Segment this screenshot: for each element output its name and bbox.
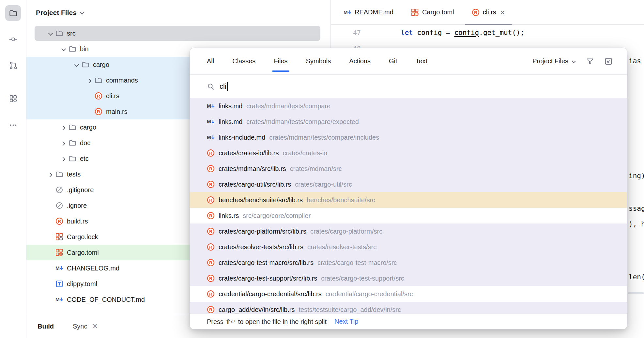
- search-result-row[interactable]: R M R cargo_add/dev/in/src/lib.rs tests/…: [190, 302, 627, 314]
- chevron-icon[interactable]: [48, 31, 53, 36]
- search-scope-dropdown[interactable]: Project Files: [532, 57, 576, 65]
- search-result-row[interactable]: R M R crates/mdman/src/lib.rs crates/mdm…: [190, 161, 627, 177]
- result-path: crates/cargo-test-support/src: [321, 275, 404, 282]
- search-result-row[interactable]: R M R crates/cargo-util/src/lib.rs crate…: [190, 177, 627, 192]
- editor-tab[interactable]: R M R cli.rs: [463, 0, 514, 24]
- result-path: tests/testsuite/cargo_add/dev/in/src: [299, 306, 401, 314]
- svg-text:R: R: [209, 245, 212, 250]
- result-path: crates/resolver-tests/src: [307, 243, 376, 251]
- cargo-crate-icon: R: [411, 8, 419, 16]
- file-icon: R M R: [55, 280, 63, 288]
- file-icon: R M R: [55, 296, 63, 303]
- build-tab[interactable]: Build: [38, 323, 54, 330]
- more-tools-button[interactable]: [5, 117, 21, 133]
- sync-tab[interactable]: Sync: [73, 322, 98, 331]
- search-result-row[interactable]: R M R links-include.md crates/mdman/test…: [190, 130, 627, 145]
- clipped-code-fragment: ias: [629, 57, 641, 65]
- file-icon: R M R: [344, 8, 351, 16]
- search-result-row[interactable]: R M R crates/cargo-test-macro/src/lib.rs…: [190, 255, 627, 270]
- next-tip-link[interactable]: Next Tip: [334, 318, 358, 325]
- file-icon: R M R: [411, 8, 419, 16]
- search-result-row[interactable]: R M R crates/cargo-test-support/src/lib.…: [190, 270, 627, 286]
- chevron-icon[interactable]: [61, 141, 66, 146]
- modules-tool-button[interactable]: [5, 91, 21, 106]
- project-panel-header[interactable]: Project Files: [26, 0, 330, 25]
- file-icon: R M R: [55, 202, 63, 209]
- search-result-row[interactable]: R M R crates/cargo-platform/src/lib.rs c…: [190, 223, 627, 239]
- search-result-row[interactable]: R M R links.rs src/cargo/core/compiler: [190, 208, 627, 223]
- tree-item-label: tests: [67, 171, 81, 178]
- file-icon: R M R: [95, 92, 102, 100]
- rust-file-icon: R: [95, 92, 102, 100]
- svg-text:M: M: [207, 103, 211, 109]
- svg-text:R: R: [209, 292, 212, 297]
- project-panel-title: Project Files: [36, 9, 77, 17]
- search-result-row[interactable]: R M R benches/benchsuite/src/lib.rs benc…: [190, 192, 627, 208]
- file-icon: R M R: [207, 102, 215, 110]
- search-popup-tab[interactable]: Files: [274, 48, 287, 74]
- pull-requests-tool-button[interactable]: [5, 57, 21, 73]
- file-icon: R M R: [55, 186, 63, 194]
- tree-item-label: build.rs: [67, 218, 88, 225]
- search-popup-tab[interactable]: All: [207, 48, 214, 74]
- search-popup-tab-label: Files: [274, 57, 287, 65]
- file-icon: R M R: [95, 76, 102, 84]
- rust-file-icon: R: [207, 149, 215, 157]
- close-icon[interactable]: [92, 322, 98, 331]
- commit-tool-button[interactable]: [5, 31, 21, 47]
- chevron-icon[interactable]: [87, 78, 92, 83]
- pull-request-icon: [9, 61, 18, 70]
- search-input[interactable]: cli: [190, 75, 627, 98]
- result-filename: links.rs: [219, 212, 239, 220]
- editor-tab[interactable]: R M R Cargo.toml: [402, 0, 463, 24]
- folder-icon: [55, 170, 63, 178]
- tree-row[interactable]: R M R src: [26, 25, 330, 41]
- result-filename: crates/cargo-util/src/lib.rs: [219, 181, 291, 188]
- search-result-row[interactable]: R M R links.md crates/mdman/tests/compar…: [190, 98, 627, 114]
- editor-tab[interactable]: R M R README.md: [335, 0, 402, 24]
- search-result-row[interactable]: R M R credential/cargo-credential/src/li…: [190, 286, 627, 302]
- open-in-editor-icon[interactable]: [604, 57, 613, 66]
- file-icon: R M R: [207, 274, 215, 282]
- search-popup-tab[interactable]: Text: [415, 48, 427, 74]
- result-filename: cargo_add/dev/in/src/lib.rs: [219, 306, 295, 314]
- rust-file-icon: R: [207, 306, 215, 314]
- code-text: let config = config.get_mut();: [367, 29, 524, 37]
- result-path: benches/benchsuite/src: [307, 196, 375, 204]
- result-filename: crates/cargo-test-support/src/lib.rs: [219, 275, 317, 282]
- chevron-icon[interactable]: [74, 62, 79, 67]
- tab-close-icon[interactable]: [500, 8, 505, 17]
- search-popup-tab-label: Classes: [232, 57, 255, 65]
- markdown-file-icon: M: [55, 296, 63, 303]
- search-popup-tab[interactable]: Actions: [349, 48, 371, 74]
- search-result-row[interactable]: R M R crates/resolver-tests/src/lib.rs c…: [190, 239, 627, 255]
- file-icon: R M R: [82, 61, 89, 69]
- search-popup-tab[interactable]: Classes: [232, 48, 255, 74]
- search-popup-tab[interactable]: Symbols: [306, 48, 331, 74]
- svg-text:M: M: [55, 297, 60, 302]
- folder-icon: [95, 76, 102, 84]
- editor-tab-label: Cargo.toml: [422, 8, 454, 16]
- clipped-code-fragment: ssag: [629, 205, 644, 212]
- search-scope-label: Project Files: [532, 57, 568, 65]
- svg-text:R: R: [209, 198, 212, 203]
- chevron-icon[interactable]: [61, 47, 66, 52]
- svg-text:R: R: [209, 307, 212, 312]
- search-popup-footer: Press ⇧↵ to open the file in the right s…: [190, 314, 627, 329]
- search-popup-tab-label: Git: [389, 57, 397, 65]
- search-popup-controls: Project Files: [532, 57, 613, 66]
- chevron-icon[interactable]: [48, 172, 53, 177]
- search-result-row[interactable]: R M R crates/crates-io/lib.rs crates/cra…: [190, 145, 627, 161]
- editor-tab-label: cli.rs: [483, 8, 496, 16]
- editor-scrollbar-fragment: [628, 292, 644, 294]
- rust-file-icon: R: [207, 227, 215, 235]
- search-result-row[interactable]: R M R links.md crates/mdman/tests/compar…: [190, 114, 627, 130]
- chevron-icon[interactable]: [61, 156, 66, 161]
- file-icon: R M R: [207, 133, 215, 141]
- chevron-icon[interactable]: [61, 125, 66, 130]
- line-number: 47: [331, 29, 367, 37]
- project-tool-button[interactable]: [5, 5, 21, 21]
- filter-icon[interactable]: [586, 57, 594, 66]
- search-popup-tab[interactable]: Git: [389, 48, 397, 74]
- svg-text:R: R: [209, 229, 212, 234]
